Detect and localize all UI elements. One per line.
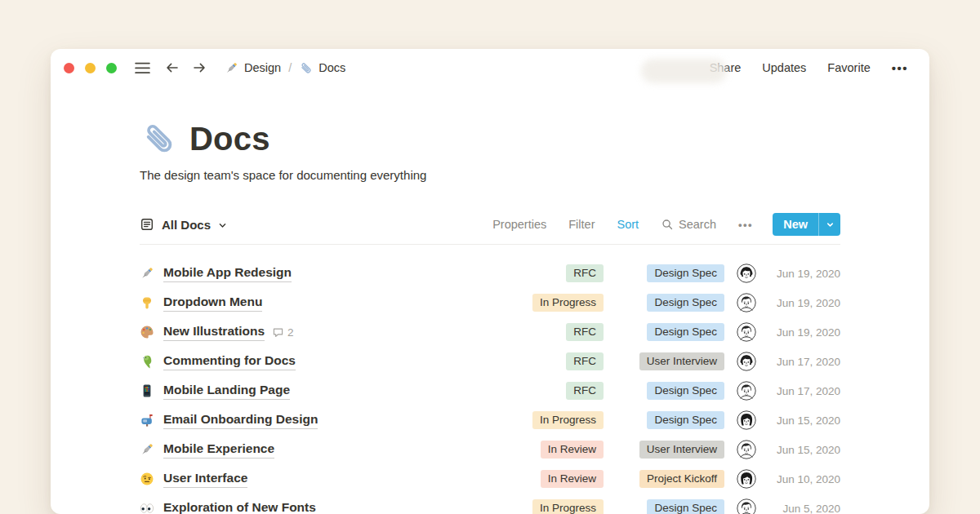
row-properties: RFCDesign SpecJun 19, 2020: [496, 264, 840, 283]
status-tag: In Review: [541, 441, 604, 459]
list-view-icon: [140, 217, 154, 232]
date-value: Jun 10, 2020: [768, 473, 840, 485]
avatar: [737, 322, 756, 342]
search-label: Search: [679, 218, 716, 231]
status-tag: RFC: [566, 382, 604, 400]
favorite-button[interactable]: Favorite: [827, 61, 870, 74]
doc-title[interactable]: Dropdown Menu: [163, 294, 262, 312]
table-row[interactable]: Exploration of New FontsIn ProgressDesig…: [140, 494, 840, 514]
page-subtitle[interactable]: The design team's space for documenting …: [140, 168, 840, 182]
table-row[interactable]: Mobile Landing PageRFCDesign SpecJun 17,…: [140, 376, 840, 405]
doc-title[interactable]: Mobile Landing Page: [163, 382, 290, 400]
table-row[interactable]: Mobile ExperienceIn ReviewUser Interview…: [140, 435, 840, 464]
breadcrumb-separator: /: [281, 61, 299, 74]
updates-button[interactable]: Updates: [762, 61, 806, 74]
avatar: [737, 440, 756, 459]
date-value: Jun 17, 2020: [768, 356, 840, 368]
properties-button[interactable]: Properties: [492, 218, 546, 231]
search-icon: [661, 218, 674, 231]
type-tag: User Interview: [639, 441, 724, 459]
sort-button[interactable]: Sort: [617, 218, 639, 231]
type-cell: Design Spec: [610, 382, 724, 400]
type-cell: Design Spec: [610, 294, 724, 312]
more-icon[interactable]: •••: [892, 62, 908, 74]
table-row[interactable]: Email Onboarding DesignIn ProgressDesign…: [140, 405, 840, 435]
page-title[interactable]: Docs: [189, 121, 270, 157]
status-cell: RFC: [496, 264, 604, 282]
doc-title[interactable]: Mobile Experience: [163, 441, 274, 459]
type-tag: Design Spec: [647, 382, 724, 400]
status-cell: In Review: [496, 470, 604, 488]
docs-list: Mobile App RedesignRFCDesign SpecJun 19,…: [140, 259, 840, 514]
titlebar-actions: Share Updates Favorite •••: [710, 61, 908, 74]
type-tag: Design Spec: [647, 411, 724, 429]
chevron-down-icon: [218, 221, 227, 230]
avatar: [737, 352, 756, 371]
type-tag: Design Spec: [647, 323, 724, 341]
type-cell: User Interview: [610, 352, 724, 370]
date-value: Jun 15, 2020: [768, 414, 840, 427]
doc-title[interactable]: Email Onboarding Design: [163, 411, 318, 429]
date-value: Jun 5, 2020: [768, 503, 840, 514]
row-properties: RFCUser InterviewJun 17, 2020: [496, 352, 840, 371]
view-tab-all-docs[interactable]: All Docs: [140, 217, 227, 232]
date-value: Jun 19, 2020: [768, 268, 840, 280]
status-cell: In Progress: [496, 294, 604, 312]
sidebar-toggle-icon[interactable]: [134, 61, 151, 75]
toolbar-divider: [140, 244, 840, 245]
table-row[interactable]: User InterfaceIn ReviewProject KickoffJu…: [140, 464, 840, 494]
paintbrush-icon: [140, 442, 154, 457]
type-tag: User Interview: [639, 352, 724, 370]
page-header: Docs The design team's space for documen…: [140, 86, 840, 182]
filter-button[interactable]: Filter: [568, 218, 595, 231]
minimize-window-button[interactable]: [85, 63, 96, 73]
status-tag: In Progress: [532, 499, 604, 514]
status-tag: RFC: [566, 323, 604, 341]
status-cell: RFC: [496, 323, 604, 341]
parrot-icon: [140, 354, 154, 369]
face-raised-eyebrow-icon: [140, 472, 154, 486]
row-properties: In ProgressDesign SpecJun 19, 2020: [496, 293, 840, 312]
type-cell: Design Spec: [610, 411, 724, 429]
breadcrumb-item-design[interactable]: Design: [225, 61, 281, 75]
row-properties: In ReviewProject KickoffJun 10, 2020: [496, 469, 840, 489]
doc-title[interactable]: Exploration of New Fonts: [163, 499, 316, 514]
status-cell: In Progress: [496, 411, 604, 429]
mailbox-icon: [140, 413, 154, 428]
type-tag: Design Spec: [647, 264, 724, 282]
window-titlebar: Design / Docs Share Updates Favorite •••: [51, 49, 929, 86]
table-row[interactable]: New Illustrations2RFCDesign SpecJun 19, …: [140, 317, 840, 347]
table-row[interactable]: Dropdown MenuIn ProgressDesign SpecJun 1…: [140, 288, 840, 317]
new-button-label[interactable]: New: [773, 213, 818, 236]
status-cell: RFC: [496, 352, 604, 370]
eyes-icon: [140, 501, 154, 514]
type-tag: Design Spec: [647, 294, 724, 312]
back-arrow-icon[interactable]: [164, 61, 180, 75]
type-cell: Design Spec: [610, 264, 724, 282]
doc-title[interactable]: Mobile App Redesign: [163, 264, 292, 282]
row-properties: RFCDesign SpecJun 17, 2020: [496, 381, 840, 401]
close-window-button[interactable]: [64, 63, 74, 73]
type-tag: Design Spec: [647, 499, 724, 514]
new-button-chevron-icon[interactable]: [818, 213, 840, 236]
new-button[interactable]: New: [773, 213, 840, 236]
status-tag: In Progress: [532, 411, 604, 429]
comment-count[interactable]: 2: [272, 326, 294, 339]
type-cell: User Interview: [610, 441, 724, 459]
toolbar-more-icon[interactable]: •••: [738, 219, 753, 231]
zoom-window-button[interactable]: [106, 63, 117, 73]
doc-title[interactable]: Commenting for Docs: [163, 352, 296, 370]
breadcrumb-item-docs[interactable]: Docs: [299, 61, 345, 75]
doc-title[interactable]: New Illustrations: [163, 323, 265, 341]
avatar: [737, 264, 756, 283]
paintbrush-icon: [225, 61, 238, 75]
table-row[interactable]: Commenting for DocsRFCUser InterviewJun …: [140, 347, 840, 376]
type-cell: Design Spec: [610, 323, 724, 341]
avatar: [737, 381, 756, 401]
forward-arrow-icon[interactable]: [191, 61, 207, 75]
table-row[interactable]: Mobile App RedesignRFCDesign SpecJun 19,…: [140, 259, 840, 288]
row-properties: In ReviewUser InterviewJun 15, 2020: [496, 440, 840, 459]
search-button[interactable]: Search: [661, 218, 716, 231]
breadcrumb: Design / Docs: [225, 61, 345, 75]
doc-title[interactable]: User Interface: [163, 470, 247, 488]
